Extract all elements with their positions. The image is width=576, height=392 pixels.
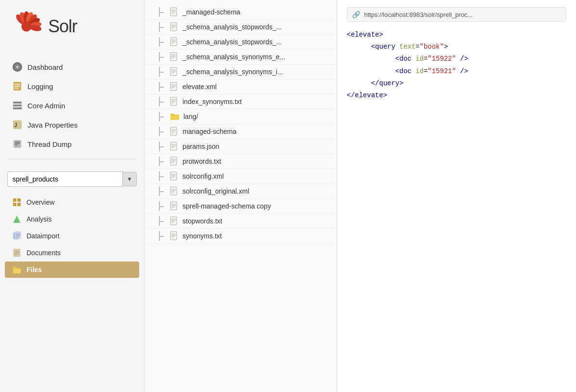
file-name: protwords.txt xyxy=(183,157,221,165)
files-icon xyxy=(12,265,22,274)
sidebar-item-java-properties[interactable]: J Java Properties xyxy=(5,116,139,134)
file-name: lang/ xyxy=(183,113,198,120)
sidebar-item-files[interactable]: Files xyxy=(5,261,139,278)
svg-rect-15 xyxy=(14,88,18,89)
list-item[interactable]: _schema_analysis_synonyms_i... xyxy=(144,65,337,79)
core-selector[interactable]: sprell_products ▼ xyxy=(7,171,137,187)
code-panel: 🔗 https://localhost:8983/solr/sprell_pro… xyxy=(337,0,576,392)
list-item[interactable]: protwords.txt xyxy=(144,154,337,169)
file-name: _schema_analysis_synonyms_i... xyxy=(183,68,283,76)
analysis-icon xyxy=(12,214,22,224)
dataimport-icon xyxy=(12,231,22,241)
sidebar-item-dataimport[interactable]: Dataimport xyxy=(5,228,139,244)
file-icon xyxy=(170,82,179,91)
tree-connector xyxy=(159,157,166,166)
thread-dump-icon xyxy=(12,139,23,149)
file-icon xyxy=(170,157,179,166)
file-icon xyxy=(170,67,179,77)
logging-label: Logging xyxy=(27,82,53,91)
file-icon xyxy=(170,171,179,181)
file-icon xyxy=(170,216,179,226)
sidebar-divider xyxy=(7,159,137,159)
tree-connector xyxy=(159,37,166,47)
core-select-dropdown[interactable]: sprell_products xyxy=(7,171,123,187)
sidebar-item-core-admin[interactable]: Core Admin xyxy=(5,96,139,115)
list-item[interactable]: _schema_analysis_stopwords_... xyxy=(144,35,337,50)
file-icon xyxy=(170,201,179,211)
xml-code-block: <elevate> <query text="book"> <doc id="1… xyxy=(347,29,566,114)
sub-nav: Overview Analysis Dataimport xyxy=(0,192,144,281)
file-icon xyxy=(170,142,179,151)
file-name: sprell-managed-schema copy xyxy=(183,202,271,210)
tree-connector xyxy=(159,142,166,151)
documents-label: Documents xyxy=(26,249,61,257)
tree-connector xyxy=(159,231,166,241)
svg-rect-31 xyxy=(17,203,21,206)
list-item[interactable]: _schema_analysis_synonyms_e... xyxy=(144,50,337,65)
core-admin-icon xyxy=(12,100,23,111)
tree-connector xyxy=(159,82,166,91)
file-browser: _managed-schema _schema_analysis_stopwor… xyxy=(144,0,337,392)
svg-point-11 xyxy=(16,66,19,68)
tree-connector xyxy=(159,112,166,121)
list-item[interactable]: lang/ xyxy=(144,109,337,124)
file-name: _schema_analysis_stopwords_... xyxy=(183,38,282,46)
sidebar-item-dashboard[interactable]: Dashboard xyxy=(5,58,139,76)
file-name: elevate.xml xyxy=(183,83,217,91)
core-select-arrow-icon[interactable]: ▼ xyxy=(123,172,137,186)
file-icon xyxy=(170,22,179,32)
list-item[interactable]: _managed-schema xyxy=(144,5,337,20)
url-bar: 🔗 https://localhost:8983/solr/sprell_pro… xyxy=(347,7,566,22)
sidebar-item-logging[interactable]: Logging xyxy=(5,77,139,95)
tree-connector xyxy=(159,52,166,62)
sidebar-item-overview[interactable]: Overview xyxy=(5,194,139,210)
file-name: stopwords.txt xyxy=(183,217,222,225)
tree-connector xyxy=(159,97,166,106)
svg-rect-14 xyxy=(14,86,20,87)
file-name: _schema_analysis_stopwords_... xyxy=(183,23,282,31)
tree-connector xyxy=(159,201,166,211)
file-name: index_synonyms.txt xyxy=(183,98,242,105)
list-item[interactable]: _schema_analysis_stopwords_... xyxy=(144,20,337,35)
svg-rect-13 xyxy=(14,84,20,85)
list-item[interactable]: synonyms.txt xyxy=(144,229,337,244)
svg-rect-24 xyxy=(13,140,21,148)
solr-logo-text: Solr xyxy=(48,16,77,37)
file-icon xyxy=(170,127,179,136)
list-item[interactable]: elevate.xml xyxy=(144,79,337,94)
overview-label: Overview xyxy=(26,198,54,206)
java-properties-icon: J xyxy=(12,119,23,130)
svg-point-20 xyxy=(20,105,22,106)
file-name: solrconfig.xml xyxy=(183,172,224,180)
logging-icon xyxy=(12,81,23,91)
file-icon xyxy=(170,37,179,47)
overview-icon xyxy=(12,197,22,207)
list-item[interactable]: stopwords.txt xyxy=(144,214,337,229)
dashboard-label: Dashboard xyxy=(27,63,63,71)
sidebar-item-analysis[interactable]: Analysis xyxy=(5,211,139,227)
file-icon xyxy=(170,186,179,196)
file-icon xyxy=(170,52,179,62)
sidebar-item-thread-dump[interactable]: Thread Dump xyxy=(5,135,139,153)
list-item[interactable]: params.json xyxy=(144,139,337,154)
svg-rect-28 xyxy=(13,198,16,202)
list-item[interactable]: managed-schema xyxy=(144,124,337,139)
file-name: managed-schema xyxy=(183,128,236,135)
list-item[interactable]: solrconfig_original.xml xyxy=(144,184,337,199)
list-item[interactable]: solrconfig.xml xyxy=(144,169,337,184)
sidebar-item-documents[interactable]: Documents xyxy=(5,245,139,261)
dashboard-icon xyxy=(12,62,23,72)
list-item[interactable]: index_synonyms.txt xyxy=(144,94,337,109)
list-item[interactable]: sprell-managed-schema copy xyxy=(144,199,337,214)
url-icon: 🔗 xyxy=(352,11,360,18)
tree-connector xyxy=(159,216,166,226)
tree-connector xyxy=(159,67,166,77)
file-name: synonyms.txt xyxy=(183,232,222,240)
logo-area: Solr xyxy=(0,0,144,58)
documents-icon xyxy=(12,248,22,258)
file-icon xyxy=(170,97,179,106)
svg-point-8 xyxy=(22,22,32,32)
tree-connector xyxy=(159,171,166,181)
dataimport-label: Dataimport xyxy=(26,232,59,240)
file-icon xyxy=(170,7,179,17)
